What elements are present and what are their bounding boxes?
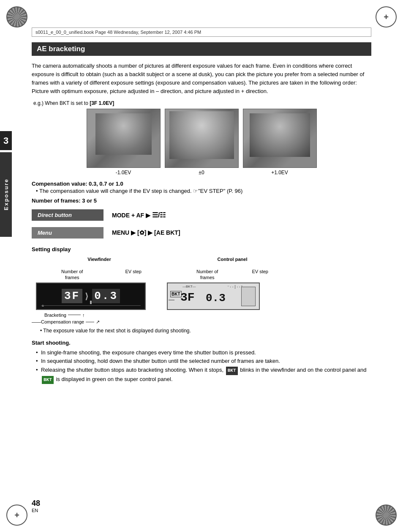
start-title: Start shooting.: [32, 340, 371, 346]
page-title: AE bracketing: [32, 42, 371, 56]
photo-item-2: ±0: [165, 109, 239, 176]
menu-row: Menu MENU ▶ [✿] ▶ [AE BKT]: [32, 225, 371, 240]
body-text: The camera automatically shoots a number…: [32, 62, 371, 96]
photo-3: [243, 109, 317, 168]
frames-title: Number of frames: 3 or 5: [32, 197, 371, 204]
example-label: e.g.) When BKT is set to [3F 1.0EV]: [33, 100, 371, 106]
menu-label: Menu: [32, 227, 103, 239]
header-text: s0011_e_00_0_unified.book Page 48 Wednes…: [35, 30, 201, 35]
page-number: 48 EN: [32, 499, 40, 513]
vf-frames-label: Number offrames: [61, 269, 83, 281]
bullet-2: In sequential shooting, hold down the sh…: [36, 357, 371, 366]
photo-row: -1.0EV ±0 +1.0EV: [32, 109, 371, 176]
main-content: AE bracketing The camera automatically s…: [32, 42, 371, 384]
photo-1: [87, 109, 161, 168]
photo-item-1: -1.0EV: [87, 109, 161, 176]
photo-2: [165, 109, 239, 168]
side-tab: Exposure: [0, 152, 12, 237]
setting-display-title: Setting display: [32, 246, 371, 252]
viewfinder-block: 3F ⟩ 0.3 ▲ Bracketing ↑ ——C: [32, 282, 158, 325]
corner-decoration-bl: [4, 502, 30, 528]
viewfinder-label: Viewfinder: [32, 257, 167, 262]
bracketing-label: Bracketing ↑: [44, 313, 158, 318]
photo-label-1: -1.0EV: [116, 170, 131, 176]
cp-evstep-label: EV step: [252, 269, 268, 281]
compensation-title: Compensation value: 0.3, 0.7 or 1.0: [32, 181, 371, 187]
cp-frames-label: Number offrames: [196, 269, 218, 281]
header-strip: s0011_e_00_0_unified.book Page 48 Wednes…: [32, 27, 371, 37]
comp-note: • The exposure value for the next shot i…: [40, 327, 371, 334]
corner-decoration-br: [373, 502, 399, 528]
comp-range-label: ——Compensation range ↗: [32, 319, 158, 325]
side-tab-label: Exposure: [3, 178, 9, 210]
compensation-section: Compensation value: 0.3, 0.7 or 1.0 The …: [32, 181, 371, 204]
compensation-bullet: The compensation value will change if th…: [36, 187, 371, 195]
viewfinder-screen: 3F ⟩ 0.3 ▲: [36, 282, 146, 310]
start-shooting-section: Start shooting. In single-frame shooting…: [32, 340, 371, 384]
vf-evstep-label: EV step: [125, 269, 142, 281]
corner-decoration-tr: [373, 4, 399, 30]
control-panel-screen: —BKT— ⁻··|··⁺ BKT — 3F 0.3: [167, 282, 260, 310]
photo-label-3: +1.0EV: [271, 170, 288, 176]
setting-display-section: Setting display Viewfinder Control panel…: [32, 246, 371, 334]
direct-button-row: Direct button MODE + AF ▶ ☰/☷: [32, 207, 371, 222]
menu-command: MENU ▶ [✿] ▶ [AE BKT]: [112, 229, 180, 236]
direct-button-command: MODE + AF ▶ ☰/☷: [112, 211, 166, 219]
direct-button-label: Direct button: [32, 209, 103, 221]
control-panel-block: —BKT— ⁻··|··⁺ BKT — 3F 0.3: [167, 282, 285, 310]
control-panel-label: Control panel: [175, 257, 289, 262]
photo-label-2: ±0: [199, 170, 204, 176]
photo-item-3: +1.0EV: [243, 109, 317, 176]
corner-decoration-tl: [4, 4, 30, 30]
bullet-1: In single-frame shooting, the exposure c…: [36, 348, 371, 357]
section-number: 3: [0, 131, 12, 150]
bullet-3: Releasing the shutter button stops auto …: [36, 366, 371, 384]
